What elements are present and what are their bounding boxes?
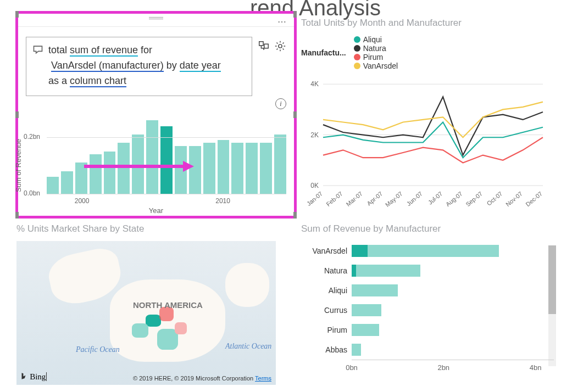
svg-text:Aug-07: Aug-07 <box>445 190 464 208</box>
x-axis-label: Year <box>149 206 163 215</box>
map-label-pacific: Pacific Ocean <box>76 345 120 354</box>
map-copyright: © 2019 HERE, © 2019 Microsoft Corporatio… <box>133 375 271 382</box>
chart-bar[interactable] <box>146 120 158 194</box>
svg-text:Jun-07: Jun-07 <box>406 190 424 207</box>
chart-bar[interactable] <box>61 171 73 194</box>
visual-header: ⋯ <box>18 14 294 27</box>
info-icon[interactable]: i <box>275 98 286 109</box>
legend-item[interactable]: VanArsdel <box>354 61 398 70</box>
gear-icon[interactable] <box>274 40 286 52</box>
legend-item[interactable]: Natura <box>354 44 398 53</box>
chart-title: Sum of Revenue by Manufacturer <box>301 223 554 234</box>
category-label: Currus <box>301 306 352 315</box>
qna-visual[interactable]: ⋯ total sum of revenue for VanArsdel (ma… <box>15 11 297 219</box>
qna-question-input[interactable]: total sum of revenue for VanArsdel (manu… <box>26 37 252 96</box>
svg-text:Dec-07: Dec-07 <box>524 190 543 208</box>
drag-grip-icon[interactable] <box>149 17 163 19</box>
svg-text:0K: 0K <box>310 182 319 189</box>
svg-marker-2 <box>183 161 194 172</box>
chart-title: Total Units by Month and Manufacturer <box>301 18 554 29</box>
chart-bar[interactable] <box>218 140 230 194</box>
chart-bar[interactable] <box>231 143 243 194</box>
svg-point-0 <box>279 44 282 48</box>
map-label-continent: NORTH AMERICA <box>133 300 203 310</box>
hbar-row[interactable]: VanArsdel <box>301 241 554 261</box>
chart-bar[interactable] <box>260 143 272 194</box>
legend-item[interactable]: Pirum <box>354 53 398 61</box>
category-label: Natura <box>301 266 352 275</box>
chart-bar[interactable] <box>90 154 102 194</box>
bing-logo-icon <box>20 372 27 380</box>
chart-bar[interactable] <box>47 177 59 194</box>
hbar-row[interactable]: Natura <box>301 261 554 281</box>
hbar-row[interactable]: Currus <box>301 300 554 320</box>
chat-bubble-icon <box>32 44 44 55</box>
hbar-row[interactable]: Aliqui <box>301 281 554 300</box>
chart-bar[interactable] <box>203 143 215 194</box>
line-chart-plot: 0K2K4KJan-07Feb-07Mar-07Apr-07May-07Jun-… <box>301 74 548 216</box>
hbar-row[interactable]: Abbas <box>301 340 554 360</box>
chart-title: % Units Market Share by State <box>16 223 276 234</box>
chart-bar[interactable] <box>104 152 116 194</box>
svg-text:Oct-07: Oct-07 <box>486 190 504 206</box>
svg-text:Mar-07: Mar-07 <box>345 190 364 208</box>
map-label-atlantic: Atlantic Ocean <box>225 342 271 351</box>
chart-bar[interactable] <box>274 135 286 194</box>
svg-text:Jan-07: Jan-07 <box>306 190 324 207</box>
category-label: Aliqui <box>301 286 352 295</box>
svg-text:Feb-07: Feb-07 <box>325 190 343 208</box>
svg-text:Jul-07: Jul-07 <box>427 190 444 205</box>
svg-text:Sep-07: Sep-07 <box>464 190 484 208</box>
svg-text:4K: 4K <box>310 80 319 88</box>
line-chart-visual[interactable]: Total Units by Month and Manufacturer Ma… <box>301 18 554 204</box>
legend-item[interactable]: Aliqui <box>354 35 398 44</box>
category-label: VanArsdel <box>301 247 352 255</box>
category-label: Pirum <box>301 326 352 334</box>
chart-bar[interactable] <box>160 126 173 194</box>
more-options-button[interactable]: ⋯ <box>277 16 287 27</box>
svg-text:Apr-07: Apr-07 <box>365 190 384 206</box>
chart-legend: Manufactu... Aliqui Natura Pirum VanArsd… <box>301 35 554 70</box>
map-canvas[interactable]: NORTH AMERICA Pacific Ocean Atlantic Oce… <box>16 241 276 385</box>
map-visual[interactable]: % Units Market Share by State NORTH AMER… <box>16 223 276 385</box>
hbar-chart-visual[interactable]: Sum of Revenue by Manufacturer VanArsdel… <box>301 223 554 373</box>
svg-text:Nov-07: Nov-07 <box>504 190 524 208</box>
convert-visual-icon[interactable] <box>258 40 270 52</box>
map-attribution: Bing <box>20 372 47 382</box>
svg-text:May-07: May-07 <box>384 190 404 208</box>
svg-text:2K: 2K <box>310 131 319 139</box>
category-label: Abbas <box>301 345 352 354</box>
qna-query-text: total sum of revenue for VanArsdel (manu… <box>48 43 221 89</box>
y-axis-label: Sum of Revenue <box>14 139 23 192</box>
hbar-row[interactable]: Pirum <box>301 320 554 340</box>
terms-link[interactable]: Terms <box>255 375 271 382</box>
annotation-arrow-icon <box>84 161 194 172</box>
chart-bar[interactable] <box>246 143 258 194</box>
